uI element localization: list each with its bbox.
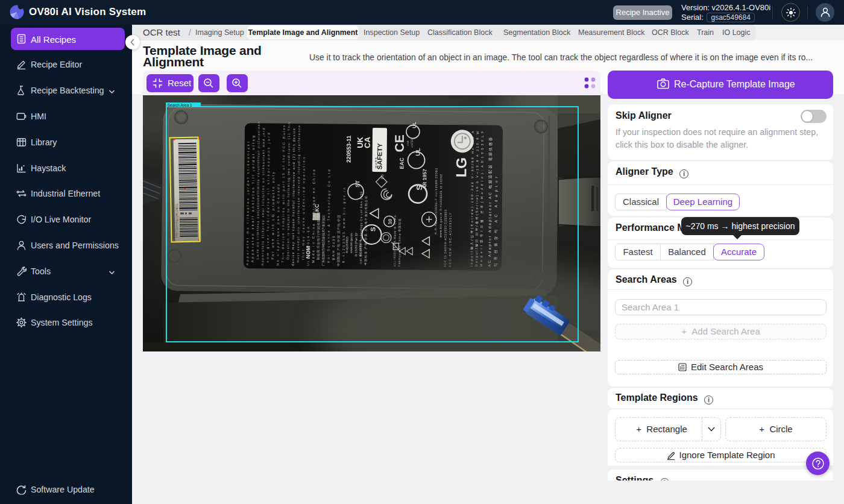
svg-text:Search Area 1: Search Area 1 <box>168 103 193 107</box>
